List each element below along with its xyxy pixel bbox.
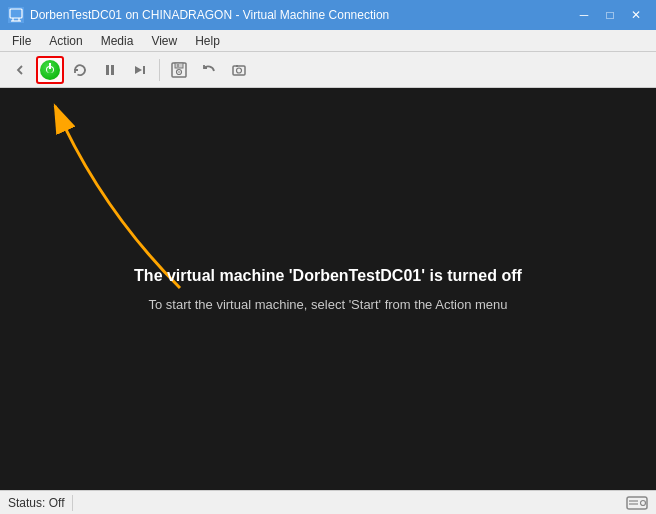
toolbar-separator-1 [159, 59, 160, 81]
disk-icon [170, 61, 188, 79]
svg-point-18 [641, 500, 646, 505]
snapshot-icon [231, 62, 247, 78]
window-title: DorbenTestDC01 on CHINADRAGON - Virtual … [30, 8, 389, 22]
menu-action[interactable]: Action [41, 31, 90, 51]
menu-help[interactable]: Help [187, 31, 228, 51]
svg-point-12 [178, 71, 180, 73]
status-text: Status: Off [8, 496, 64, 510]
step-button[interactable] [126, 56, 154, 84]
svg-rect-10 [177, 64, 179, 67]
svg-point-14 [237, 68, 242, 73]
reset-icon [72, 62, 88, 78]
vm-off-title: The virtual machine 'DorbenTestDC01' is … [134, 267, 522, 285]
menu-view[interactable]: View [143, 31, 185, 51]
minimize-button[interactable]: ─ [572, 5, 596, 25]
title-bar-left: DorbenTestDC01 on CHINADRAGON - Virtual … [8, 7, 389, 23]
svg-rect-13 [233, 66, 245, 75]
svg-rect-5 [111, 65, 114, 75]
menu-media[interactable]: Media [93, 31, 142, 51]
status-bar: Status: Off [0, 490, 656, 514]
insert-disk-button[interactable] [165, 56, 193, 84]
status-separator [72, 495, 73, 511]
svg-rect-15 [236, 65, 238, 67]
status-left: Status: Off [8, 495, 81, 511]
snapshot-button[interactable] [225, 56, 253, 84]
power-button[interactable] [36, 56, 64, 84]
menu-file[interactable]: File [4, 31, 39, 51]
pause-button[interactable] [96, 56, 124, 84]
title-bar-controls: ─ □ ✕ [572, 5, 648, 25]
menu-bar: File Action Media View Help [0, 30, 656, 52]
app-icon [8, 7, 24, 23]
svg-rect-7 [143, 66, 145, 74]
svg-rect-17 [627, 497, 647, 509]
power-icon [40, 60, 60, 80]
toolbar [0, 52, 656, 88]
status-right [626, 494, 648, 512]
svg-rect-0 [10, 9, 22, 18]
step-icon [132, 62, 148, 78]
undo-icon [201, 62, 217, 78]
pause-icon [102, 62, 118, 78]
reset-button[interactable] [66, 56, 94, 84]
hdd-icon [626, 494, 648, 512]
maximize-button[interactable]: □ [598, 5, 622, 25]
back-button[interactable] [6, 56, 34, 84]
vm-viewport: The virtual machine 'DorbenTestDC01' is … [0, 88, 656, 490]
close-button[interactable]: ✕ [624, 5, 648, 25]
undo-button[interactable] [195, 56, 223, 84]
svg-rect-4 [106, 65, 109, 75]
svg-marker-6 [135, 66, 142, 74]
vm-off-subtitle: To start the virtual machine, select 'St… [134, 297, 522, 312]
back-icon [12, 62, 28, 78]
title-bar: DorbenTestDC01 on CHINADRAGON - Virtual … [0, 0, 656, 30]
